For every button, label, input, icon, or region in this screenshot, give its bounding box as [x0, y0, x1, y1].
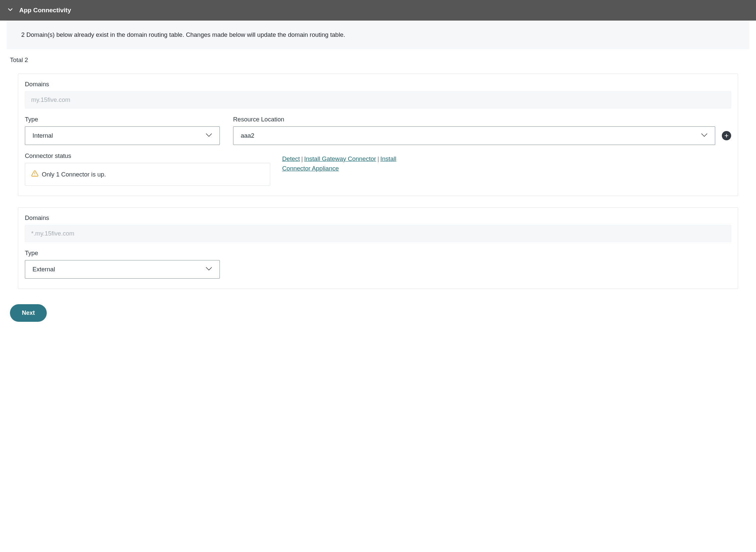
install-gateway-connector-link[interactable]: Install Gateway Connector — [304, 155, 376, 162]
detect-link[interactable]: Detect — [282, 155, 300, 162]
type-select-value: Internal — [32, 132, 53, 139]
domains-label: Domains — [25, 81, 731, 88]
type-select[interactable]: Internal — [25, 126, 220, 145]
info-banner: 2 Domain(s) below already exist in the d… — [7, 21, 749, 49]
type-select-value: External — [32, 266, 55, 273]
chevron-down-icon — [700, 130, 709, 141]
total-count: Total 2 — [10, 56, 746, 64]
warning-icon — [31, 170, 38, 179]
type-label: Type — [25, 116, 220, 123]
connector-status-text: Only 1 Connector is up. — [42, 171, 106, 178]
section-header[interactable]: App Connectivity — [0, 0, 756, 21]
domains-label: Domains — [25, 214, 731, 222]
connector-status-label: Connector status — [25, 152, 270, 160]
domain-card: Domains *.my.15five.com Type External — [18, 207, 738, 289]
chevron-down-icon — [204, 130, 213, 141]
domain-readonly-field: *.my.15five.com — [25, 225, 731, 242]
resource-location-select[interactable]: aaa2 — [233, 126, 715, 145]
resource-location-label: Resource Location — [233, 116, 731, 123]
connector-links: Detect|Install Gateway Connector|Install… — [282, 152, 405, 173]
type-select[interactable]: External — [25, 260, 220, 279]
add-resource-location-button[interactable] — [722, 131, 731, 140]
resource-location-value: aaa2 — [241, 132, 254, 139]
chevron-down-icon — [204, 264, 213, 275]
next-button[interactable]: Next — [10, 304, 47, 322]
domain-readonly-field: my.15five.com — [25, 91, 731, 109]
chevron-down-icon — [7, 6, 14, 15]
domain-card: Domains my.15five.com Type Internal Reso… — [18, 74, 738, 196]
info-banner-text: 2 Domain(s) below already exist in the d… — [21, 31, 345, 38]
connector-status-box: Only 1 Connector is up. — [25, 163, 270, 186]
type-label: Type — [25, 250, 220, 257]
section-title: App Connectivity — [19, 7, 71, 14]
